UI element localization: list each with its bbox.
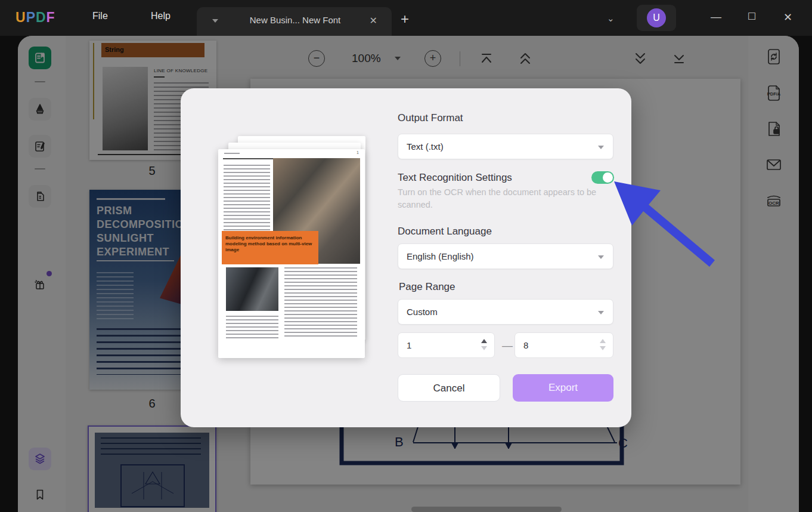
new-tab-button[interactable]: + bbox=[401, 11, 409, 27]
minimize-button[interactable]: — bbox=[711, 11, 721, 23]
page-range-label: Page Range bbox=[399, 281, 455, 293]
range-dash: — bbox=[502, 340, 513, 352]
preview-banner: Building environment information modelin… bbox=[222, 231, 318, 264]
maximize-button[interactable]: ☐ bbox=[748, 11, 756, 22]
output-format-value: Text (.txt) bbox=[407, 141, 444, 152]
title-bar: UPDF File Help New Busin... New Font ✕ +… bbox=[0, 0, 812, 36]
page-range-select[interactable]: Custom bbox=[398, 299, 613, 325]
range-to-input[interactable]: 8 bbox=[515, 332, 613, 358]
tab-dropdown-icon[interactable] bbox=[212, 19, 218, 23]
chevron-down-icon bbox=[598, 146, 604, 149]
text-recognition-label: Text Recognition Settings bbox=[398, 172, 512, 184]
logo-letter-u: U bbox=[16, 10, 26, 25]
preview-photo-bottom bbox=[226, 267, 278, 311]
menu-file[interactable]: File bbox=[92, 11, 108, 21]
export-button[interactable]: Export bbox=[513, 374, 613, 402]
stepper-down-icon[interactable] bbox=[481, 346, 487, 350]
chevron-down-icon bbox=[598, 311, 604, 314]
text-recognition-desc: Turn on the OCR when the document appear… bbox=[398, 186, 613, 211]
document-language-select[interactable]: English (English) bbox=[398, 243, 613, 269]
menu-help[interactable]: Help bbox=[151, 11, 171, 21]
avatar: U bbox=[647, 8, 666, 27]
range-from-input[interactable]: 1 bbox=[398, 332, 495, 358]
cancel-button[interactable]: Cancel bbox=[398, 374, 500, 402]
range-from-value: 1 bbox=[407, 340, 411, 350]
page-range-value: Custom bbox=[407, 307, 438, 317]
stepper-down-icon[interactable] bbox=[600, 346, 606, 350]
output-format-label: Output Format bbox=[398, 112, 463, 124]
logo-letter-p: P bbox=[26, 10, 36, 25]
preview-sheet-front: 1 Building environment information model… bbox=[218, 149, 365, 358]
toggle-knob bbox=[603, 172, 613, 183]
range-to-value: 8 bbox=[523, 340, 528, 350]
document-tab[interactable]: New Busin... New Font ✕ bbox=[197, 7, 392, 36]
preview-header-placeholder bbox=[224, 153, 240, 156]
logo-letter-d: D bbox=[36, 10, 47, 25]
range-from-stepper[interactable] bbox=[481, 339, 487, 350]
stepper-up-icon[interactable] bbox=[481, 339, 487, 343]
preview-page-number: 1 bbox=[357, 150, 359, 155]
stepper-up-icon[interactable] bbox=[600, 339, 606, 343]
range-to-stepper[interactable] bbox=[600, 339, 606, 350]
collapse-chevron-icon[interactable]: ⌄ bbox=[607, 13, 615, 24]
logo-letter-f: F bbox=[47, 10, 55, 25]
account-button[interactable]: U bbox=[637, 5, 676, 31]
output-format-select[interactable]: Text (.txt) bbox=[398, 134, 613, 159]
ocr-toggle[interactable] bbox=[591, 171, 614, 184]
updf-logo: UPDF bbox=[16, 10, 55, 26]
close-button[interactable]: ✕ bbox=[783, 11, 792, 24]
export-dialog: 1 Building environment information model… bbox=[181, 88, 631, 427]
tab-close-icon[interactable]: ✕ bbox=[370, 15, 377, 26]
document-language-label: Document Language bbox=[398, 226, 492, 238]
chevron-down-icon bbox=[598, 255, 604, 259]
tab-title: New Busin... New Font bbox=[233, 15, 358, 25]
preview-text-placeholder bbox=[284, 267, 357, 337]
document-language-value: English (English) bbox=[407, 251, 474, 261]
preview-text-placeholder bbox=[226, 316, 278, 338]
